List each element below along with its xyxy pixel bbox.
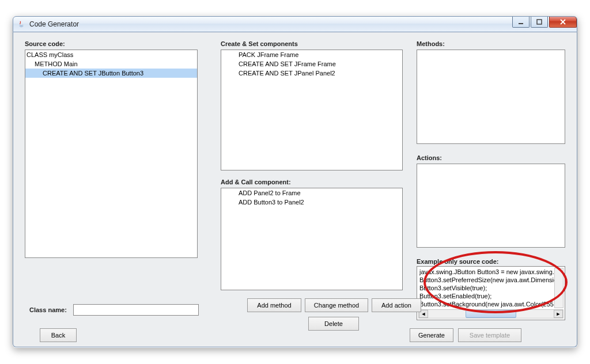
source-code-tree[interactable]: CLASS myClassMETHOD MainCREATE AND SET J… — [25, 50, 198, 258]
example-code-line: Button3.setEnabled(true); — [419, 292, 553, 300]
close-button[interactable] — [549, 17, 577, 28]
scroll-right-arrow[interactable]: ► — [554, 310, 563, 318]
example-code-line: javax.swing.JButton Button3 = new javax.… — [419, 268, 553, 276]
source-tree-item[interactable]: CREATE AND SET JButton Button3 — [25, 69, 197, 78]
svg-rect-1 — [537, 20, 542, 24]
example-code-label: Example only source code: — [417, 258, 498, 265]
class-name-label: Class name: — [29, 306, 67, 313]
back-button[interactable]: Back — [40, 328, 77, 342]
methods-list[interactable] — [417, 50, 565, 144]
app-window: Code Generator Source code: CLASS myClas… — [13, 16, 577, 348]
create-set-item[interactable]: CREATE AND SET JPanel Panel2 — [221, 69, 402, 78]
generate-button[interactable]: Generate — [410, 328, 453, 342]
example-code-line: Button3.setBackground(new java.awt.Color… — [419, 300, 553, 308]
add-call-label: Add & Call component: — [221, 179, 291, 185]
window-title: Code Generator — [29, 20, 79, 28]
create-set-list[interactable]: PACK JFrame FrameCREATE AND SET JFrame F… — [221, 50, 403, 170]
add-action-button[interactable]: Add action — [372, 298, 421, 312]
actions-label: Actions: — [417, 154, 442, 161]
vertical-scrollbar[interactable] — [554, 268, 563, 308]
class-name-input[interactable] — [73, 304, 199, 316]
window-controls — [512, 17, 577, 28]
example-source-textarea[interactable]: javax.swing.JButton Button3 = new javax.… — [417, 266, 565, 320]
example-code-line: Button3.setPreferredSize(new java.awt.Di… — [419, 276, 553, 284]
minimize-button[interactable] — [512, 17, 530, 28]
scroll-track[interactable] — [428, 310, 554, 318]
create-set-label: Create & Set components — [221, 40, 298, 47]
save-template-button[interactable]: Save template — [458, 328, 521, 342]
add-call-item[interactable]: ADD Button3 to Panel2 — [221, 198, 402, 207]
change-method-button[interactable]: Change method — [305, 298, 368, 312]
java-icon — [17, 20, 26, 29]
methods-label: Methods: — [417, 40, 445, 47]
maximize-button[interactable] — [531, 17, 548, 28]
horizontal-scrollbar[interactable]: ◄ ► — [418, 309, 563, 318]
add-method-button[interactable]: Add method — [247, 298, 301, 312]
source-tree-item[interactable]: CLASS myClass — [25, 50, 197, 59]
svg-rect-0 — [519, 23, 523, 24]
actions-list[interactable] — [417, 164, 565, 248]
delete-button[interactable]: Delete — [308, 317, 359, 331]
add-call-list[interactable]: ADD Panel2 to FrameADD Button3 to Panel2 — [221, 188, 403, 290]
source-tree-item[interactable]: METHOD Main — [25, 59, 197, 69]
add-call-item[interactable]: ADD Panel2 to Frame — [221, 188, 402, 198]
titlebar: Code Generator — [13, 16, 577, 32]
create-set-item[interactable]: PACK JFrame Frame — [221, 50, 402, 59]
scroll-thumb[interactable] — [466, 310, 516, 318]
create-set-item[interactable]: CREATE AND SET JFrame Frame — [221, 59, 402, 69]
example-code-line: Button3.setVisible(true); — [419, 284, 553, 292]
window-body: Source code: CLASS myClassMETHOD MainCRE… — [13, 32, 577, 347]
source-code-label: Source code: — [25, 40, 65, 47]
